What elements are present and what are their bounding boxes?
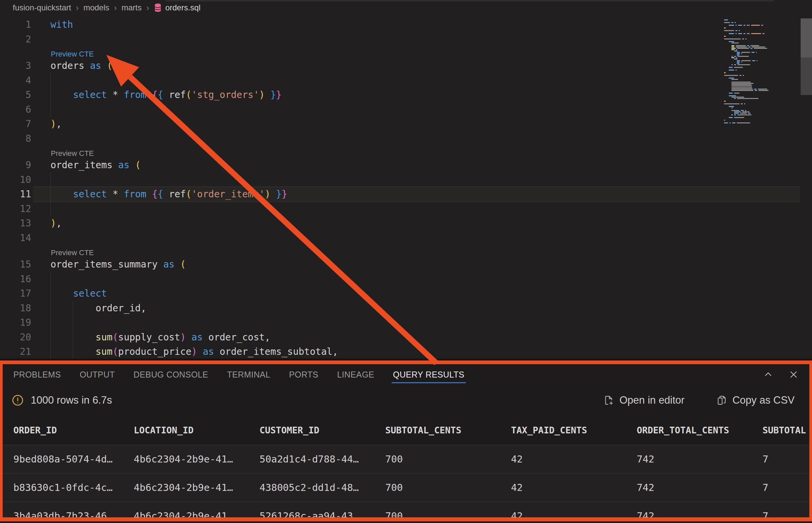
line-number: 12 <box>0 203 31 214</box>
minimap-line <box>737 61 742 62</box>
code-line[interactable]: 19 <box>0 315 812 330</box>
indent-guide <box>51 102 51 117</box>
minimap-line <box>729 70 737 71</box>
tab-debug-console[interactable]: DEBUG CONSOLE <box>124 364 217 385</box>
codelens-preview-cte[interactable]: Preview CTE <box>0 245 812 257</box>
codelens-preview-cte[interactable]: Preview CTE <box>0 146 812 158</box>
code-line[interactable]: 5 select * from {{ ref('stg_orders') }} <box>0 88 812 102</box>
minimap-line <box>732 56 749 57</box>
table-cell: 7 <box>762 453 809 465</box>
column-header: TAX_PAID_CENTS <box>511 425 637 435</box>
open-in-editor-label: Open in editor <box>619 394 685 406</box>
panel-close-button[interactable] <box>788 369 799 380</box>
code-lines[interactable]: 1with2Preview CTE3orders as (45 select *… <box>0 15 812 359</box>
minimap-line <box>732 107 733 108</box>
code-line[interactable]: 8 <box>0 131 812 146</box>
breadcrumb-item-project[interactable]: fusion-quickstart <box>13 3 71 12</box>
tab-terminal[interactable]: TERMINAL <box>218 364 280 385</box>
code-text: select * from {{ ref('order_items') }} <box>31 188 287 200</box>
code-line[interactable]: 6 <box>0 102 812 117</box>
code-editor[interactable]: fusion-quickstart › models › marts › ord… <box>0 0 812 360</box>
minimap-line <box>732 87 752 88</box>
results-table: ORDER_IDLOCATION_IDCUSTOMER_IDSUBTOTAL_C… <box>3 416 809 521</box>
minimap-line <box>729 67 743 68</box>
breadcrumb-item-models[interactable]: models <box>83 3 109 12</box>
breadcrumb-item-file[interactable]: orders.sql <box>154 3 200 12</box>
tab-lineage[interactable]: LINEAGE <box>328 364 384 385</box>
code-line[interactable]: 1with <box>0 17 812 32</box>
indent-guide <box>51 315 51 330</box>
table-cell: 42 <box>511 510 637 521</box>
indent-guide <box>73 315 73 330</box>
minimap-line <box>737 60 757 61</box>
minimap-line <box>724 38 746 39</box>
code-line[interactable]: 14 <box>0 231 812 246</box>
code-line[interactable]: 16 <box>0 272 812 287</box>
minimap-line <box>732 48 767 49</box>
code-line[interactable]: 4 <box>0 73 812 88</box>
line-number: 4 <box>0 75 31 86</box>
minimap-line <box>732 84 752 85</box>
minimap-line <box>732 42 739 43</box>
tab-query-results[interactable]: QUERY RESULTS <box>384 364 474 385</box>
code-line[interactable]: 9order_items as ( <box>0 158 812 173</box>
code-line[interactable]: 12 <box>0 202 812 216</box>
line-number: 17 <box>0 288 31 299</box>
column-header: SUBTOTAL_CENTS <box>385 425 511 435</box>
minimap-line <box>724 30 740 31</box>
minimap-line <box>729 117 744 118</box>
minimap-line <box>732 47 765 48</box>
code-line[interactable]: 11 select * from {{ ref('order_items') }… <box>0 187 812 202</box>
tab-output[interactable]: OUTPUT <box>70 364 124 385</box>
minimap-line <box>734 111 750 112</box>
code-line[interactable]: 20 sum(supply_cost) as order_cost, <box>0 330 812 345</box>
codelens-preview-cte[interactable]: Preview CTE <box>0 47 812 58</box>
scrollbar-track-segment <box>801 57 812 95</box>
code-line[interactable]: 13), <box>0 216 812 231</box>
breadcrumb: fusion-quickstart › models › marts › ord… <box>0 0 812 15</box>
copy-as-csv-button[interactable]: Copy as CSV <box>716 394 795 406</box>
table-row[interactable]: b83630c1-0fdc-4c…4b6c2304-2b9e-41…438005… <box>3 473 809 502</box>
code-text: select * from {{ ref('stg_orders') }} <box>31 89 282 100</box>
breadcrumb-file-label: orders.sql <box>165 3 200 12</box>
scrollbar-thumb[interactable] <box>801 18 812 57</box>
minimap-line <box>732 86 752 87</box>
code-line[interactable]: 7), <box>0 117 812 131</box>
code-line[interactable]: 15order_items_summary as ( <box>0 257 812 272</box>
table-cell: 7 <box>762 510 809 521</box>
table-cell: 700 <box>385 453 511 465</box>
minimap[interactable] <box>724 19 800 126</box>
minimap-line <box>729 41 734 42</box>
code-line[interactable]: 3orders as ( <box>0 58 812 73</box>
table-cell: 42 <box>511 453 637 465</box>
minimap-line <box>724 103 745 104</box>
minimap-line <box>724 19 728 20</box>
panel-maximize-button[interactable] <box>762 369 774 380</box>
minimap-line <box>734 58 737 59</box>
table-cell: 742 <box>637 510 762 521</box>
code-line[interactable]: 18 order_id, <box>0 301 812 316</box>
code-line[interactable]: 10 <box>0 173 812 187</box>
tab-problems[interactable]: PROBLEMS <box>4 364 70 385</box>
open-in-editor-button[interactable]: Open in editor <box>603 394 685 406</box>
copy-as-csv-label: Copy as CSV <box>733 394 795 406</box>
minimap-line <box>729 25 763 26</box>
line-number: 9 <box>0 160 31 170</box>
table-cell: 50a2d1c4-d788-44… <box>259 453 385 465</box>
breadcrumb-item-marts[interactable]: marts <box>121 3 142 12</box>
code-line[interactable]: 2 <box>0 32 812 47</box>
tab-ports[interactable]: PORTS <box>279 364 328 385</box>
column-header: SUBTOTAL <box>762 425 809 435</box>
table-cell: 700 <box>385 482 511 493</box>
table-row[interactable]: 3b4a03db-7b23-46…4b6c2304-2b9e-41…526126… <box>3 502 809 521</box>
code-line[interactable]: 21 sum(product_price) as order_items_sub… <box>0 344 812 359</box>
table-row[interactable]: 9bed808a-5074-4d…4b6c2304-2b9e-41…50a2d1… <box>3 445 809 473</box>
line-number: 2 <box>0 34 31 45</box>
minimap-line <box>732 57 737 58</box>
file-plus-icon <box>603 395 614 405</box>
code-line[interactable]: 17 select <box>0 286 812 301</box>
database-icon <box>154 3 162 12</box>
column-header: CUSTOMER_ID <box>259 425 385 435</box>
line-number: 5 <box>0 89 31 100</box>
minimap-line <box>729 95 736 96</box>
